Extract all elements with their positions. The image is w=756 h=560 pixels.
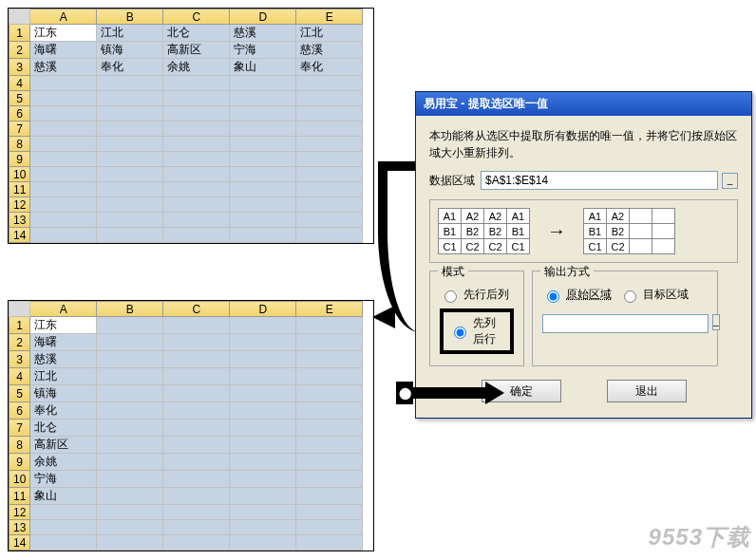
cell[interactable]: [163, 535, 230, 551]
cell[interactable]: [230, 471, 296, 488]
cell[interactable]: [30, 121, 97, 137]
output-original-radio[interactable]: [547, 290, 559, 303]
row-header[interactable]: 5: [9, 385, 30, 402]
cell[interactable]: [97, 437, 163, 454]
cell[interactable]: [230, 402, 296, 420]
cell[interactable]: [296, 520, 363, 535]
cell[interactable]: [30, 213, 97, 228]
cell[interactable]: [30, 167, 97, 182]
row-header[interactable]: 11: [9, 488, 30, 505]
cell[interactable]: 奉化: [97, 59, 163, 76]
cell[interactable]: [296, 454, 363, 471]
cell[interactable]: [296, 420, 363, 437]
cell[interactable]: [163, 420, 230, 437]
row-header[interactable]: 11: [9, 182, 30, 197]
cell[interactable]: [97, 520, 163, 535]
cell[interactable]: [163, 520, 230, 535]
col-header[interactable]: C: [163, 9, 230, 25]
cell[interactable]: [296, 137, 363, 152]
cell[interactable]: [163, 385, 230, 402]
cell[interactable]: 宁海: [230, 42, 296, 59]
cell[interactable]: 高新区: [163, 42, 230, 59]
cell[interactable]: [296, 76, 363, 91]
cell[interactable]: [296, 152, 363, 167]
cell[interactable]: 慈溪: [30, 351, 97, 368]
cell[interactable]: [230, 152, 296, 167]
cell[interactable]: [97, 334, 163, 351]
row-header[interactable]: 2: [9, 42, 30, 59]
row-header[interactable]: 12: [9, 505, 30, 520]
cell[interactable]: [97, 167, 163, 182]
cell[interactable]: 慈溪: [30, 59, 97, 76]
cell[interactable]: [163, 351, 230, 368]
col-header[interactable]: A: [30, 9, 97, 25]
dialog-titlebar[interactable]: 易用宝 - 提取选区唯一值: [416, 92, 751, 116]
row-header[interactable]: 9: [9, 454, 30, 471]
cell[interactable]: [296, 535, 363, 551]
cell[interactable]: [230, 385, 296, 402]
cell[interactable]: [163, 182, 230, 197]
cell[interactable]: [30, 535, 97, 551]
cell[interactable]: 江北: [30, 368, 97, 385]
cell[interactable]: [230, 182, 296, 197]
cell[interactable]: [230, 368, 296, 385]
cell[interactable]: 余姚: [30, 454, 97, 471]
cell[interactable]: [296, 213, 363, 228]
cell[interactable]: [296, 334, 363, 351]
row-header[interactable]: 3: [9, 59, 30, 76]
cell[interactable]: [230, 505, 296, 520]
cell[interactable]: 江北: [97, 25, 163, 42]
cell[interactable]: [230, 437, 296, 454]
cell[interactable]: [230, 351, 296, 368]
mode-row-first-radio[interactable]: [444, 290, 457, 303]
cell[interactable]: [230, 213, 296, 228]
cell[interactable]: [163, 454, 230, 471]
cell[interactable]: [97, 351, 163, 368]
cell[interactable]: [230, 454, 296, 471]
exit-button[interactable]: 退出: [607, 380, 687, 402]
output-target-radio[interactable]: [624, 290, 636, 303]
cell[interactable]: [230, 137, 296, 152]
cell[interactable]: 江东: [30, 25, 97, 42]
cell[interactable]: [163, 167, 230, 182]
cell[interactable]: [97, 420, 163, 437]
cell[interactable]: [230, 167, 296, 182]
row-header[interactable]: 9: [9, 152, 30, 167]
row-header[interactable]: 8: [9, 437, 30, 454]
cell[interactable]: [230, 228, 296, 243]
cell[interactable]: [97, 471, 163, 488]
row-header[interactable]: 13: [9, 213, 30, 228]
col-header[interactable]: A: [30, 302, 97, 317]
cell[interactable]: [230, 106, 296, 121]
row-header[interactable]: 12: [9, 197, 30, 213]
cell[interactable]: 江东: [30, 317, 97, 334]
cell[interactable]: [296, 505, 363, 520]
cell[interactable]: [97, 76, 163, 91]
cell[interactable]: [30, 137, 97, 152]
row-header[interactable]: 4: [9, 76, 30, 91]
col-header[interactable]: D: [230, 302, 296, 317]
cell[interactable]: [296, 471, 363, 488]
cell[interactable]: 镇海: [30, 385, 97, 402]
cell[interactable]: [97, 228, 163, 243]
row-header[interactable]: 7: [9, 420, 30, 437]
cell[interactable]: [296, 182, 363, 197]
cell[interactable]: 海曙: [30, 334, 97, 351]
cell[interactable]: [163, 402, 230, 420]
cell[interactable]: [296, 351, 363, 368]
cell[interactable]: [230, 334, 296, 351]
cell[interactable]: [30, 505, 97, 520]
col-header[interactable]: C: [163, 302, 230, 317]
row-header[interactable]: 2: [9, 334, 30, 351]
cell[interactable]: [97, 317, 163, 334]
row-header[interactable]: 10: [9, 167, 30, 182]
mode-row-first[interactable]: 先行后列: [440, 287, 514, 303]
cell[interactable]: [97, 385, 163, 402]
cell[interactable]: [97, 106, 163, 121]
cell[interactable]: [163, 228, 230, 243]
cell[interactable]: [296, 437, 363, 454]
cell[interactable]: [230, 488, 296, 505]
cell[interactable]: 北仑: [30, 420, 97, 437]
cell[interactable]: [30, 197, 97, 213]
row-header[interactable]: 14: [9, 535, 30, 551]
